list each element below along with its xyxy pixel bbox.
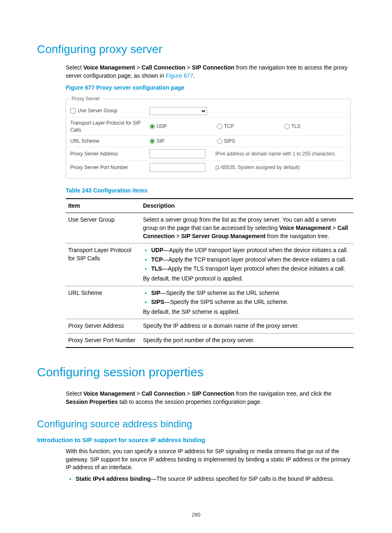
list-item: UDP—Apply the UDP transport layer protoc…: [151, 246, 351, 255]
proxy-server-legend: Proxy Server: [70, 95, 101, 102]
table-row: URL Scheme SIP—Specify the SIP scheme as…: [66, 286, 353, 319]
text-bold: SIPS: [151, 299, 164, 305]
proxy-port-input[interactable]: [150, 163, 205, 172]
list-item: Static IPv4 address binding—The source I…: [76, 475, 355, 483]
use-server-group-label: Use Server Group: [78, 107, 118, 114]
table-row: Use Server Group Select a server group f…: [66, 213, 353, 243]
text: Select: [66, 64, 83, 71]
desc-cell: Select a server group from the list as t…: [141, 213, 353, 243]
text: —Apply the TCP transport layer protocol …: [163, 256, 347, 263]
proxy-address-hint: IPv4 address or domain name with 1 to 25…: [215, 151, 335, 158]
sip-radio[interactable]: [150, 139, 155, 144]
text-bold: TLS: [151, 265, 162, 272]
text-bold: TCP: [151, 256, 163, 263]
subheading-intro-sip-support: Introduction to SIP support for source I…: [37, 436, 355, 444]
source-binding-paragraph: With this function, you can specify a so…: [66, 447, 355, 472]
item-cell: Proxy Server Port Number: [66, 333, 141, 348]
url-scheme-label: URL Scheme: [70, 138, 150, 145]
list-item: TCP—Apply the TCP transport layer protoc…: [151, 256, 351, 264]
nav-sep: >: [185, 64, 192, 71]
configuration-items-table: Item Description Use Server Group Select…: [66, 198, 353, 348]
proxy-server-fieldset: Proxy Server Use Server Group Transport …: [66, 95, 351, 178]
proxy-address-label: Proxy Server Address: [70, 151, 150, 158]
nav-sip-connection: SIP Connection: [192, 64, 234, 71]
figure-677-caption: Figure 677 Proxy server configuration pa…: [66, 84, 355, 92]
desc-cell: Specify the port number of the proxy ser…: [141, 333, 353, 348]
text: from the navigation tree.: [265, 233, 329, 239]
figure-677-link[interactable]: Figure 677: [166, 72, 194, 79]
use-server-group-checkbox[interactable]: [70, 108, 76, 114]
table-row: Proxy Server Port Number Specify the por…: [66, 333, 353, 348]
table-243-caption: Table 243 Configuration items: [66, 187, 355, 195]
desc-cell: UDP—Apply the UDP transport layer protoc…: [141, 243, 353, 286]
server-group-select[interactable]: [150, 107, 207, 115]
text: —Apply the TLS transport layer protocol …: [162, 265, 345, 272]
tls-radio[interactable]: [284, 124, 290, 129]
item-cell: URL Scheme: [66, 286, 141, 319]
text: —Apply the UDP transport layer protocol …: [164, 247, 348, 253]
tab-session-properties: Session Properties: [66, 399, 118, 405]
text-bold: SIP: [151, 290, 161, 296]
tcp-radio[interactable]: [217, 124, 222, 129]
table-row: Transport Layer Protocol for SIP Calls U…: [66, 243, 353, 286]
text: —Specify the SIP scheme as the URL schem…: [161, 290, 281, 296]
list-item: SIP—Specify the SIP scheme as the URL sc…: [151, 289, 351, 297]
proxy-port-hint: (1-65535. System assigned by default): [215, 164, 300, 171]
session-intro-paragraph: Select Voice Management > Call Connectio…: [66, 390, 355, 406]
nav-sip-connection: SIP Connection: [192, 390, 234, 397]
text: Select: [66, 390, 83, 397]
nav-call-connection: Call Connection: [142, 64, 186, 71]
sips-radio[interactable]: [217, 139, 222, 144]
udp-radio-label: UDP: [157, 123, 167, 130]
item-cell: Proxy Server Address: [66, 319, 141, 334]
tcp-radio-label: TCP: [224, 123, 234, 130]
nav-call-connection: Call Connection: [142, 390, 186, 397]
table-header-item: Item: [66, 199, 141, 213]
table-row: Proxy Server Address Specify the IP addr…: [66, 319, 353, 334]
text-bold: UDP: [151, 247, 164, 253]
list-item: SIPS—Specify the SIPS scheme as the URL …: [151, 298, 351, 306]
text: By default, the UDP protocol is applied.: [143, 275, 351, 283]
desc-cell: Specify the IP address or a domain name …: [141, 319, 353, 334]
heading-configuring-source-address-binding: Configuring source address binding: [37, 417, 355, 431]
nav-sep: >: [135, 390, 142, 397]
transport-protocol-label: Transport Layer Protocol for SIP Calls: [70, 120, 150, 134]
desc-cell: SIP—Specify the SIP scheme as the URL sc…: [141, 286, 353, 319]
nav-sep: >: [185, 390, 192, 397]
text-bold: SIP Server Group Management: [181, 233, 265, 239]
udp-radio[interactable]: [150, 124, 155, 129]
text: from the navigation tree, and click the: [234, 390, 332, 397]
nav-sep: >: [135, 64, 142, 71]
text: —The source IP address specified for SIP…: [151, 475, 334, 482]
heading-configuring-proxy-server: Configuring proxy server: [37, 41, 355, 57]
sip-radio-label: SIP: [157, 138, 164, 145]
proxy-port-label: Proxy Server Port Number: [70, 164, 150, 171]
text: >: [331, 225, 337, 231]
page-number: 290: [0, 511, 392, 519]
heading-configuring-session-properties: Configuring session properties: [37, 364, 355, 381]
tls-radio-label: TLS: [291, 123, 300, 130]
proxy-intro-paragraph: Select Voice Management > Call Connectio…: [66, 64, 355, 80]
sips-radio-label: SIPS: [224, 138, 235, 145]
table-header-description: Description: [141, 199, 353, 213]
text: .: [194, 72, 195, 79]
proxy-address-input[interactable]: [150, 149, 205, 158]
text: >: [175, 233, 181, 239]
nav-voice-management: Voice Management: [83, 64, 135, 71]
text-bold: Voice Management: [279, 225, 331, 231]
text: —Specify the SIPS scheme as the URL sche…: [164, 299, 288, 305]
text-bold: Static IPv4 address binding: [76, 475, 151, 482]
nav-voice-management: Voice Management: [83, 390, 135, 397]
item-cell: Transport Layer Protocol for SIP Calls: [66, 243, 141, 286]
text: By default, the SIP scheme is applied.: [143, 308, 351, 316]
text: tab to access the session properties con…: [118, 399, 262, 405]
list-item: TLS—Apply the TLS transport layer protoc…: [151, 265, 351, 273]
item-cell: Use Server Group: [66, 213, 141, 243]
